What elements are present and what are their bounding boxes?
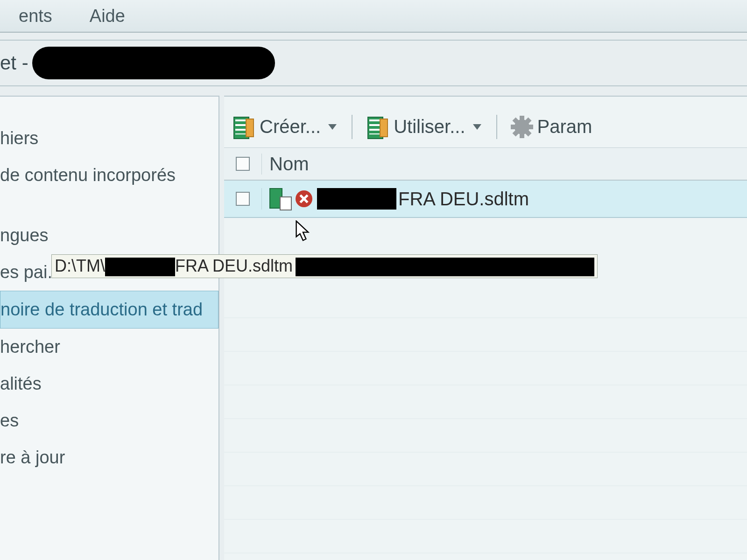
row-filename-text: FRA DEU.sdltm	[398, 189, 529, 210]
toolbar-separator	[496, 115, 497, 139]
sidebar-tree: hiers de contenu incorporés ngues es pai…	[0, 96, 219, 560]
chevron-down-icon	[473, 124, 481, 130]
sidebar-item-search[interactable]: hercher	[0, 329, 218, 365]
empty-rows-area	[224, 285, 747, 560]
table-row[interactable]: FRA DEU.sdltm	[224, 181, 747, 218]
chevron-down-icon	[328, 124, 337, 130]
create-label: Créer...	[260, 116, 321, 137]
main-panel: Créer... Utiliser... Param Nom	[224, 96, 747, 560]
row-content: FRA DEU.sdltm	[261, 188, 747, 210]
sidebar-item-files[interactable]: hiers	[0, 120, 218, 157]
sidebar-item-languages[interactable]: ngues	[0, 217, 218, 254]
title-bar: et -	[0, 40, 747, 86]
table-header: Nom	[224, 148, 747, 181]
title-prefix: et -	[0, 52, 28, 74]
tm-icon	[233, 117, 254, 137]
menu-bar: ents Aide	[0, 0, 747, 33]
use-label: Utiliser...	[394, 116, 465, 137]
redacted-title	[32, 47, 275, 79]
tooltip-path-prefix: D:\TM\	[55, 256, 105, 275]
create-button[interactable]: Créer...	[230, 114, 340, 139]
tm-file-icon	[269, 188, 291, 210]
params-button[interactable]: Param	[508, 114, 596, 139]
tooltip-path-suffix: FRA DEU.sdltm	[175, 256, 293, 275]
row-checkbox-cell	[224, 192, 261, 206]
sidebar-item-embedded-content[interactable]: de contenu incorporés	[0, 157, 218, 194]
redacted-filename-part	[317, 188, 396, 210]
toolbar: Créer... Utiliser... Param	[224, 114, 747, 148]
sidebar-item-es[interactable]: es	[0, 402, 218, 439]
path-tooltip: D:\TM\FRA DEU.sdltm	[51, 254, 598, 278]
redacted-path-part	[105, 258, 175, 276]
row-filename: FRA DEU.sdltm	[317, 188, 529, 210]
column-header-name[interactable]: Nom	[261, 154, 747, 175]
header-checkbox-cell	[224, 157, 261, 171]
gear-icon	[512, 117, 532, 137]
sidebar-item-translation-memory[interactable]: noire de traduction et trad	[0, 291, 218, 329]
row-checkbox[interactable]	[236, 192, 250, 206]
select-all-checkbox[interactable]	[236, 157, 250, 171]
use-button[interactable]: Utiliser...	[364, 114, 485, 139]
error-icon	[296, 190, 312, 207]
sidebar-item-update[interactable]: re à jour	[0, 439, 218, 476]
toolbar-separator	[352, 115, 352, 139]
menu-item-help[interactable]: Aide	[71, 6, 144, 26]
sidebar-item-penalties[interactable]: alités	[0, 365, 218, 402]
redacted-path-tail	[296, 258, 594, 276]
params-label: Param	[537, 116, 592, 137]
tm-icon	[367, 117, 388, 137]
menu-item-documents[interactable]: ents	[0, 6, 71, 26]
